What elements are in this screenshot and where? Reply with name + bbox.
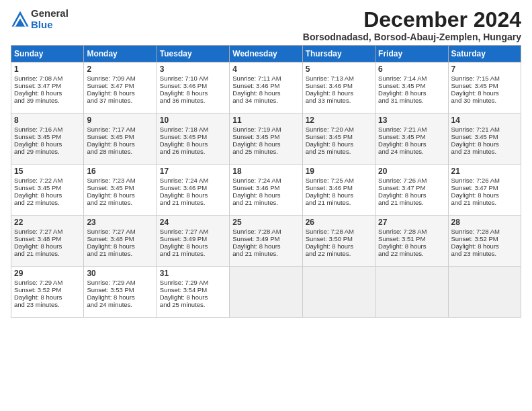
day-cell <box>375 267 448 318</box>
day-info: Sunrise: 7:08 AM <box>14 75 81 82</box>
day-info: and 39 minutes. <box>14 97 81 104</box>
day-info: Sunrise: 7:26 AM <box>451 177 518 184</box>
day-number: 1 <box>14 64 81 74</box>
day-info: Daylight: 8 hours <box>232 89 299 97</box>
day-info: Sunrise: 7:24 AM <box>160 177 226 184</box>
day-cell: 26Sunrise: 7:28 AMSunset: 3:50 PMDayligh… <box>302 216 375 267</box>
day-number: 7 <box>451 64 518 74</box>
day-info: Sunrise: 7:19 AM <box>232 126 299 133</box>
day-info: Sunset: 3:53 PM <box>87 286 153 293</box>
day-info: and 23 minutes. <box>451 250 518 257</box>
day-info: and 25 minutes. <box>232 148 299 155</box>
day-info: Sunset: 3:45 PM <box>378 82 445 89</box>
logo-icon <box>11 10 30 29</box>
day-info: and 21 minutes. <box>378 199 445 206</box>
day-info: Sunset: 3:45 PM <box>451 133 518 140</box>
day-info: Sunrise: 7:17 AM <box>87 126 153 133</box>
day-number: 27 <box>378 218 445 227</box>
location: Borsodnadasd, Borsod-Abauj-Zemplen, Hung… <box>303 32 521 42</box>
day-cell <box>302 267 375 318</box>
day-number: 14 <box>451 116 518 125</box>
day-number: 16 <box>87 167 153 176</box>
day-cell: 4Sunrise: 7:11 AMSunset: 3:46 PMDaylight… <box>230 62 302 113</box>
day-number: 24 <box>160 218 226 227</box>
day-info: and 25 minutes. <box>306 148 372 155</box>
day-number: 2 <box>87 64 153 74</box>
day-info: Sunset: 3:47 PM <box>378 184 445 191</box>
logo: General Blue <box>11 8 69 30</box>
day-info: and 23 minutes. <box>14 301 81 308</box>
day-info: and 21 minutes. <box>306 199 372 206</box>
day-info: Daylight: 8 hours <box>160 140 226 148</box>
day-number: 13 <box>378 116 445 125</box>
day-info: Sunset: 3:47 PM <box>87 82 153 89</box>
day-info: Sunset: 3:52 PM <box>451 235 518 242</box>
day-info: and 28 minutes. <box>87 148 153 155</box>
week-row-3: 15Sunrise: 7:22 AMSunset: 3:45 PMDayligh… <box>11 165 521 216</box>
day-number: 4 <box>232 64 299 74</box>
day-info: Sunset: 3:45 PM <box>378 133 445 140</box>
day-info: Sunset: 3:51 PM <box>378 235 445 242</box>
day-info: Sunrise: 7:21 AM <box>451 126 518 133</box>
day-number: 9 <box>87 116 153 125</box>
day-info: Sunset: 3:45 PM <box>87 184 153 191</box>
day-info: Sunset: 3:45 PM <box>160 133 226 140</box>
day-info: and 21 minutes. <box>14 250 81 257</box>
day-cell <box>230 267 302 318</box>
day-info: Sunrise: 7:09 AM <box>87 75 153 82</box>
day-info: Sunrise: 7:15 AM <box>451 75 518 82</box>
day-info: Sunset: 3:50 PM <box>306 235 372 242</box>
title-section: December 2024 Borsodnadasd, Borsod-Abauj… <box>303 8 521 42</box>
logo-general-text: General <box>31 8 69 19</box>
day-cell: 19Sunrise: 7:25 AMSunset: 3:46 PMDayligh… <box>302 165 375 216</box>
day-cell: 10Sunrise: 7:18 AMSunset: 3:45 PMDayligh… <box>157 113 229 165</box>
day-cell: 17Sunrise: 7:24 AMSunset: 3:46 PMDayligh… <box>157 165 229 216</box>
day-info: and 21 minutes. <box>87 250 153 257</box>
day-info: Daylight: 8 hours <box>378 140 445 148</box>
day-info: Daylight: 8 hours <box>87 140 153 148</box>
day-cell: 27Sunrise: 7:28 AMSunset: 3:51 PMDayligh… <box>375 216 448 267</box>
day-cell: 20Sunrise: 7:26 AMSunset: 3:47 PMDayligh… <box>375 165 448 216</box>
day-number: 31 <box>160 269 226 278</box>
day-info: Sunrise: 7:28 AM <box>232 228 299 235</box>
day-cell: 9Sunrise: 7:17 AMSunset: 3:45 PMDaylight… <box>84 113 157 165</box>
day-info: and 36 minutes. <box>160 97 226 104</box>
day-cell: 23Sunrise: 7:27 AMSunset: 3:48 PMDayligh… <box>84 216 157 267</box>
day-info: Daylight: 8 hours <box>160 191 226 199</box>
day-number: 20 <box>378 167 445 176</box>
day-number: 8 <box>14 116 81 125</box>
day-info: Sunset: 3:52 PM <box>14 286 81 293</box>
day-info: Sunrise: 7:29 AM <box>14 279 81 286</box>
day-info: Daylight: 8 hours <box>14 140 81 148</box>
day-cell: 7Sunrise: 7:15 AMSunset: 3:45 PMDaylight… <box>448 62 521 113</box>
header-cell-friday: Friday <box>375 46 448 62</box>
day-cell: 12Sunrise: 7:20 AMSunset: 3:45 PMDayligh… <box>302 113 375 165</box>
day-info: and 21 minutes. <box>160 199 226 206</box>
day-cell: 21Sunrise: 7:26 AMSunset: 3:47 PMDayligh… <box>448 165 521 216</box>
day-info: Daylight: 8 hours <box>87 242 153 250</box>
day-info: and 30 minutes. <box>451 97 518 104</box>
day-info: and 24 minutes. <box>87 301 153 308</box>
day-info: Sunrise: 7:27 AM <box>87 228 153 235</box>
day-info: and 37 minutes. <box>87 97 153 104</box>
day-info: and 21 minutes. <box>451 199 518 206</box>
day-info: and 21 minutes. <box>160 250 226 257</box>
day-info: Sunrise: 7:27 AM <box>14 228 81 235</box>
day-number: 10 <box>160 116 226 125</box>
week-row-5: 29Sunrise: 7:29 AMSunset: 3:52 PMDayligh… <box>11 267 521 318</box>
day-info: Daylight: 8 hours <box>451 242 518 250</box>
day-info: and 23 minutes. <box>451 148 518 155</box>
day-info: Daylight: 8 hours <box>451 191 518 199</box>
day-cell: 2Sunrise: 7:09 AMSunset: 3:47 PMDaylight… <box>84 62 157 113</box>
day-info: Daylight: 8 hours <box>378 242 445 250</box>
day-info: and 26 minutes. <box>160 148 226 155</box>
day-number: 26 <box>306 218 372 227</box>
day-info: Daylight: 8 hours <box>160 89 226 97</box>
day-cell: 22Sunrise: 7:27 AMSunset: 3:48 PMDayligh… <box>11 216 84 267</box>
day-number: 23 <box>87 218 153 227</box>
day-cell: 24Sunrise: 7:27 AMSunset: 3:49 PMDayligh… <box>157 216 229 267</box>
week-row-4: 22Sunrise: 7:27 AMSunset: 3:48 PMDayligh… <box>11 216 521 267</box>
day-info: Daylight: 8 hours <box>306 242 372 250</box>
day-number: 12 <box>306 116 372 125</box>
day-info: Sunrise: 7:29 AM <box>160 279 226 286</box>
